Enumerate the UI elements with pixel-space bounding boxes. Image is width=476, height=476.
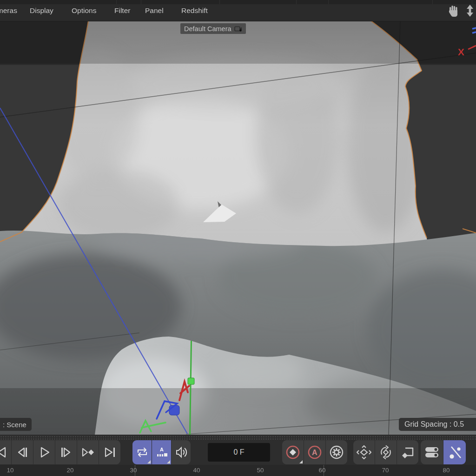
pla-key-icon xyxy=(447,445,463,460)
parameter-key-icon xyxy=(399,444,416,460)
goto-start-button[interactable] xyxy=(0,440,11,464)
move-vertical-icon[interactable] xyxy=(465,4,475,18)
loop-button[interactable] xyxy=(132,440,152,464)
parameter-key-button[interactable] xyxy=(397,440,418,464)
pla-key-button[interactable] xyxy=(443,440,466,464)
c4d-window: { "menu": { "items": [ {"label": "Camera… xyxy=(0,0,476,476)
record-keyframe-icon xyxy=(285,444,301,460)
play-button[interactable] xyxy=(33,440,55,464)
play-icon xyxy=(38,446,51,458)
ruler-label: 30 xyxy=(130,467,137,474)
menu-panel[interactable]: Panel xyxy=(145,7,164,15)
record-keyframe-button[interactable] xyxy=(282,440,304,464)
previous-key-icon xyxy=(16,446,29,458)
toolbar-drag-handle[interactable] xyxy=(0,436,476,440)
timeline-ruler[interactable]: 10 20 30 40 50 60 70 80 xyxy=(0,465,476,476)
menu-display[interactable]: Display xyxy=(30,7,53,15)
current-frame-field[interactable]: 0 F xyxy=(208,443,270,462)
transport-group xyxy=(0,440,120,464)
current-frame-value: 0 F xyxy=(233,448,244,456)
y-axis-handle[interactable] xyxy=(188,378,194,384)
toggles-group xyxy=(421,440,466,464)
svg-text:A: A xyxy=(160,447,164,452)
keying-group: A xyxy=(282,440,347,464)
camera-icon xyxy=(234,26,242,32)
active-camera-label[interactable]: Default Camera xyxy=(180,23,246,34)
loop-icon xyxy=(135,446,149,458)
ruler-label: 20 xyxy=(66,467,73,474)
key-filter-group xyxy=(353,440,418,464)
svg-text:A: A xyxy=(312,449,317,456)
goto-end-button[interactable] xyxy=(99,440,120,464)
ruler-label: 10 xyxy=(7,467,13,474)
menu-filter[interactable]: Filter xyxy=(114,7,130,15)
sound-button[interactable] xyxy=(172,440,191,464)
ruler-label: 70 xyxy=(382,467,389,474)
ruler-label: 60 xyxy=(318,467,325,474)
play-to-next-key-icon xyxy=(81,446,95,458)
toggles-icon xyxy=(424,445,440,459)
playback-options-group: A xyxy=(132,440,191,464)
toggles-button[interactable] xyxy=(421,440,443,464)
scene-name-label: : Scene xyxy=(0,418,32,431)
viewport-menubar: Cameras Display Options Filter Panel Red… xyxy=(0,0,476,21)
ruler-label: 50 xyxy=(257,467,264,474)
autokey-icon: A xyxy=(307,444,323,460)
pan-hand-icon[interactable] xyxy=(447,4,460,18)
camera-name: Default Camera xyxy=(184,25,231,33)
play-mode-icon: A xyxy=(155,446,169,458)
previous-key-button[interactable] xyxy=(12,440,33,464)
sound-icon xyxy=(174,446,188,459)
next-frame-icon xyxy=(60,446,73,458)
menu-options[interactable]: Options xyxy=(72,7,96,15)
menu-cameras[interactable]: Cameras xyxy=(0,7,17,15)
position-key-button[interactable] xyxy=(353,440,375,464)
grid-spacing-label: Grid Spacing : 0.5 xyxy=(399,418,476,431)
panel-tab-strip xyxy=(0,0,476,4)
rotation-key-icon xyxy=(377,444,394,460)
z-axis-handle[interactable] xyxy=(169,405,179,415)
goto-end-icon xyxy=(103,446,116,458)
autokey-button[interactable]: A xyxy=(304,440,325,464)
x-axis-indicator-label: X xyxy=(458,46,464,57)
menu-redshift[interactable]: Redshift xyxy=(181,7,208,15)
rotation-key-button[interactable] xyxy=(375,440,397,464)
goto-start-icon xyxy=(0,446,7,458)
position-key-icon xyxy=(356,444,372,460)
keying-settings-icon xyxy=(329,444,344,460)
ruler-label: 80 xyxy=(443,467,450,474)
play-mode-button[interactable]: A xyxy=(152,440,171,464)
viewport-canvas[interactable]: X xyxy=(0,0,476,476)
ruler-label: 40 xyxy=(193,467,200,474)
next-frame-button[interactable] xyxy=(55,440,77,464)
keying-settings-button[interactable] xyxy=(326,440,347,464)
play-to-next-key-button[interactable] xyxy=(77,440,99,464)
